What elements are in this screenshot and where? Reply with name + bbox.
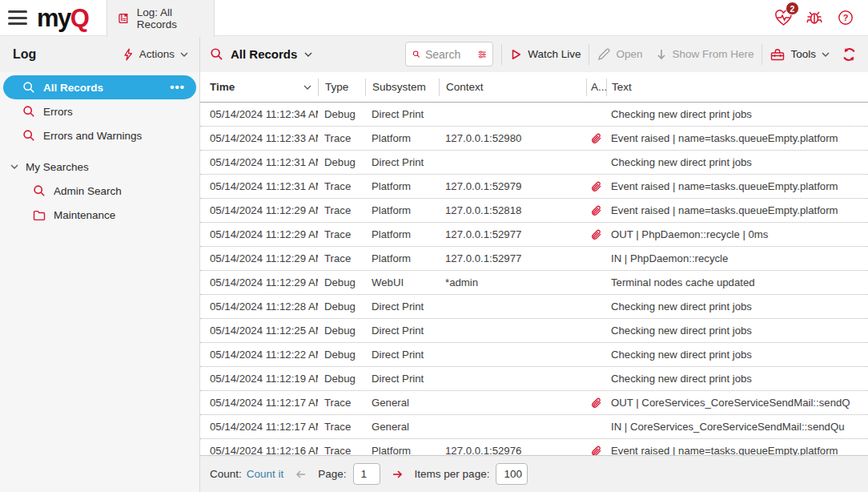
- help-button[interactable]: ?: [836, 8, 855, 27]
- table-row[interactable]: 05/14/2024 11:12:16 AMTracePlatform127.0…: [200, 439, 868, 455]
- watch-live-label: Watch Live: [528, 48, 581, 60]
- toolbox-icon: [770, 48, 785, 61]
- search-box[interactable]: [405, 42, 493, 67]
- page-input[interactable]: [353, 463, 380, 485]
- column-header-context[interactable]: Context: [439, 79, 586, 96]
- cell-subsystem: Platform: [365, 252, 439, 264]
- logo-q: Q: [70, 4, 89, 32]
- sidebar-item-errors-and-warnings[interactable]: Errors and Warnings: [0, 123, 199, 147]
- cell-subsystem: General: [365, 397, 439, 409]
- cell-subsystem: WebUI: [365, 276, 439, 288]
- table-row[interactable]: 05/14/2024 11:12:29 AMTracePlatform127.0…: [200, 247, 868, 271]
- count-it-link[interactable]: Count it: [247, 468, 284, 480]
- cell-type: Trace: [318, 180, 365, 192]
- cell-attachment: [586, 445, 606, 456]
- svg-text:?: ?: [843, 13, 849, 22]
- divider: [762, 44, 762, 65]
- logo-my: my: [37, 4, 70, 32]
- chevron-down-icon: [10, 164, 18, 169]
- cell-time: 05/14/2024 11:12:29 AM: [200, 252, 318, 264]
- table-row[interactable]: 05/14/2024 11:12:19 AMDebugDirect PrintC…: [200, 367, 868, 391]
- health-status-button[interactable]: 2: [774, 8, 793, 27]
- cell-text: Event raised | name=tasks.queueEmpty.pla…: [606, 445, 868, 455]
- cell-text: Terminal nodes cache updated: [606, 276, 868, 288]
- sidebar-item-label: Admin Search: [54, 185, 122, 197]
- sidebar-item-label: All Records: [43, 82, 103, 94]
- sort-chevron-icon: [303, 85, 311, 90]
- pagination-footer: Count: Count it Page: Items per: [200, 455, 868, 492]
- cell-type: Trace: [318, 445, 365, 455]
- cell-attachment: [586, 180, 606, 193]
- table-row[interactable]: 05/14/2024 11:12:29 AMDebugWebUI*adminTe…: [200, 271, 868, 295]
- cell-subsystem: Platform: [365, 228, 439, 240]
- column-label: A...: [591, 81, 606, 93]
- open-button[interactable]: Open: [597, 48, 642, 61]
- sidebar-item-label: Errors: [43, 106, 73, 118]
- column-header-text[interactable]: Text: [606, 79, 868, 96]
- cell-type: Debug: [318, 108, 365, 120]
- column-header-subsystem[interactable]: Subsystem: [365, 79, 439, 96]
- column-label: Context: [446, 81, 484, 93]
- watch-live-button[interactable]: Watch Live: [510, 48, 581, 61]
- table-row[interactable]: 05/14/2024 11:12:34 AMDebugDirect PrintC…: [200, 103, 868, 127]
- sidebar-item-admin-search[interactable]: Admin Search: [0, 179, 199, 203]
- tab-log-all-records[interactable]: Log: All Records: [106, 0, 215, 37]
- count-label: Count:: [210, 468, 242, 480]
- cell-time: 05/14/2024 11:12:25 AM: [200, 325, 318, 337]
- column-header-attachment[interactable]: A...: [586, 79, 606, 96]
- cell-context: 127.0.0.1:52980: [439, 132, 586, 144]
- cell-subsystem: Direct Print: [365, 325, 439, 337]
- cell-subsystem: Platform: [365, 180, 439, 192]
- sidebar-item-errors[interactable]: Errors: [0, 99, 199, 123]
- next-page-button[interactable]: [392, 470, 404, 479]
- bug-icon: [806, 10, 823, 26]
- cell-subsystem: General: [365, 421, 439, 433]
- cell-text: Checking new direct print jobs: [606, 108, 868, 120]
- question-mark-icon: ?: [838, 10, 854, 26]
- tools-label: Tools: [790, 48, 816, 60]
- refresh-button[interactable]: [839, 45, 858, 64]
- items-per-page-label: Items per page:: [415, 468, 490, 480]
- cell-time: 05/14/2024 11:12:17 AM: [200, 397, 318, 409]
- sidebar-item-maintenance[interactable]: Maintenance: [0, 203, 199, 227]
- cell-subsystem: Direct Print: [365, 300, 439, 313]
- debug-log-button[interactable]: [805, 8, 824, 27]
- table-row[interactable]: 05/14/2024 11:12:33 AMTracePlatform127.0…: [200, 127, 868, 151]
- cell-time: 05/14/2024 11:12:33 AM: [200, 132, 318, 144]
- table-row[interactable]: 05/14/2024 11:12:31 AMTracePlatform127.0…: [200, 175, 868, 199]
- cell-subsystem: Platform: [365, 132, 439, 144]
- cell-attachment: [586, 397, 606, 409]
- sidebar-section-my-searches[interactable]: My Searches: [0, 155, 199, 179]
- cell-context: 127.0.0.1:52977: [439, 252, 586, 264]
- actions-button[interactable]: Actions: [123, 48, 188, 61]
- table-row[interactable]: 05/14/2024 11:12:17 AMTraceGeneralOUT | …: [200, 391, 868, 415]
- section-label: My Searches: [26, 161, 89, 173]
- cell-text: IN | CoreServices_CoreServiceSendMail::s…: [606, 421, 868, 433]
- search-input[interactable]: [425, 48, 473, 61]
- table-row[interactable]: 05/14/2024 11:12:25 AMDebugDirect PrintC…: [200, 319, 868, 343]
- cell-time: 05/14/2024 11:12:29 AM: [200, 204, 318, 216]
- column-header-time[interactable]: Time: [200, 79, 318, 96]
- paperclip-icon: [590, 397, 602, 409]
- table-header: Time Type Subsystem Context A... Text: [200, 72, 868, 103]
- table-row[interactable]: 05/14/2024 11:12:29 AMTracePlatform127.0…: [200, 223, 868, 247]
- items-per-page-input[interactable]: [496, 463, 528, 485]
- search-icon: [22, 129, 35, 142]
- table-row[interactable]: 05/14/2024 11:12:28 AMDebugDirect PrintC…: [200, 295, 868, 319]
- table-row[interactable]: 05/14/2024 11:12:17 AMTraceGeneralIN | C…: [200, 415, 868, 439]
- view-selector[interactable]: All Records: [210, 47, 312, 61]
- paperclip-icon: [590, 180, 602, 193]
- tools-button[interactable]: Tools: [770, 48, 830, 61]
- table-row[interactable]: 05/14/2024 11:12:31 AMDebugDirect PrintC…: [200, 151, 868, 175]
- filter-sliders-icon[interactable]: [478, 49, 486, 60]
- cell-text: Checking new direct print jobs: [606, 373, 868, 385]
- sidebar-item-all-records[interactable]: All Records •••: [3, 75, 196, 99]
- table-row[interactable]: 05/14/2024 11:12:29 AMTracePlatform127.0…: [200, 199, 868, 223]
- show-from-here-button[interactable]: Show From Here: [657, 48, 753, 60]
- column-header-type[interactable]: Type: [318, 79, 365, 96]
- chevron-down-icon: [822, 52, 830, 57]
- previous-page-button[interactable]: [295, 470, 307, 479]
- hamburger-menu-icon[interactable]: [8, 10, 27, 25]
- paperclip-icon: [590, 228, 602, 241]
- table-row[interactable]: 05/14/2024 11:12:22 AMDebugDirect PrintC…: [200, 343, 868, 367]
